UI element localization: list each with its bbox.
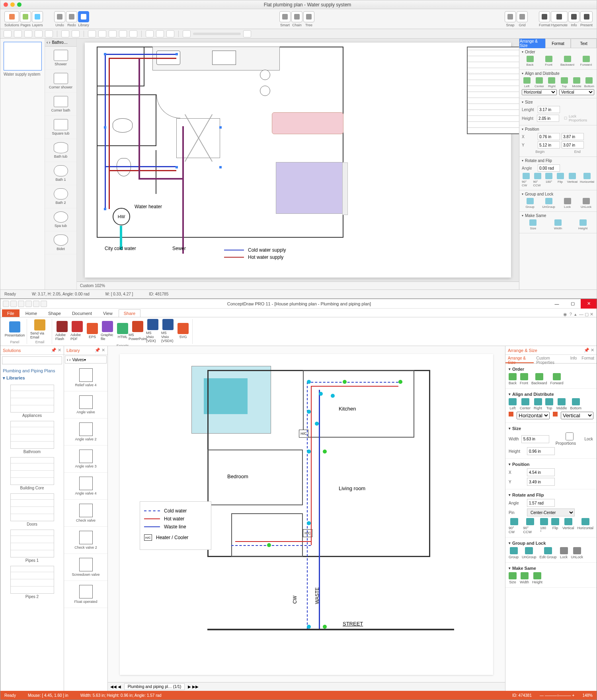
angle-field[interactable] [538, 164, 560, 172]
lib-screwdown-valve[interactable]: Screwdown valve [64, 554, 107, 581]
lib-angle-valve-2[interactable]: Angle valve 2 [64, 418, 107, 446]
same-width[interactable]: Width [547, 219, 570, 230]
tool-text[interactable] [14, 30, 22, 37]
wtab-custom[interactable]: Custom Properties [534, 355, 568, 363]
lock-btn[interactable]: Lock [559, 198, 576, 209]
align-top[interactable]: Top [545, 398, 553, 410]
zoom-plus[interactable] [243, 30, 251, 37]
pages-button[interactable] [20, 11, 31, 22]
format-button[interactable] [539, 11, 550, 22]
tree-root[interactable]: Plumbing and Piping Plans [3, 368, 61, 373]
order-forward[interactable]: Forward [578, 56, 594, 66]
tool-line[interactable] [35, 30, 43, 37]
flip-horiz[interactable]: Horizontal [577, 518, 593, 534]
tool-shape[interactable] [24, 30, 32, 37]
stencil-spa-tub[interactable]: Spa tub [45, 208, 76, 231]
edit-group-btn[interactable]: Edit Group [540, 547, 557, 559]
child-close-icon[interactable]: — ▢ ✕ [579, 312, 593, 317]
graphic-file-button[interactable]: Graphic file [101, 319, 114, 343]
width-field[interactable] [521, 435, 549, 443]
canvas[interactable]: HW Water heater City cold water Sewer Co… [77, 39, 519, 289]
order-back[interactable]: Back [509, 373, 517, 385]
send-email-button[interactable]: Send via Email [30, 319, 49, 339]
align-left[interactable]: Left [522, 77, 532, 88]
solutions-button[interactable] [4, 11, 19, 22]
layers-button[interactable] [32, 11, 43, 22]
maximize-icon[interactable]: ▢ [565, 299, 581, 309]
minimize-icon[interactable]: — [549, 299, 565, 309]
align-middle[interactable]: Middle [556, 398, 567, 410]
page-thumb[interactable] [4, 42, 42, 70]
lib-building-core[interactable]: Building Core [2, 457, 62, 490]
stencil-bidet[interactable]: Bidet [45, 231, 76, 254]
rotate-180[interactable]: 180 ° [540, 518, 548, 534]
tool-edit1[interactable] [88, 30, 96, 37]
flip-btn[interactable]: Flip [556, 173, 564, 187]
lib-pipes-1[interactable]: Pipes 1 [2, 530, 62, 563]
lib-float-operated[interactable]: Float operated [64, 581, 107, 608]
stencil-bath-2[interactable]: Bath 2 [45, 185, 76, 208]
smart-button[interactable] [279, 11, 291, 22]
angle-field[interactable] [527, 499, 555, 507]
pos-y[interactable] [527, 478, 555, 486]
pos-x2[interactable] [562, 133, 584, 140]
flip-horiz[interactable]: Horizontal [580, 173, 594, 187]
unlock-btn[interactable]: UnLock [571, 547, 583, 559]
tab-view[interactable]: View [98, 309, 118, 317]
lib-bathroom[interactable]: Bathroom [2, 421, 62, 454]
wtab-format[interactable]: Format [579, 355, 597, 363]
lib-angle-valve[interactable]: Angle valve [64, 391, 107, 418]
tab-text[interactable]: Text [571, 39, 597, 48]
tool-pointer[interactable] [4, 30, 12, 37]
order-front[interactable]: Front [520, 373, 528, 385]
lib-appliances[interactable]: Appliances [2, 385, 62, 418]
ungroup-btn[interactable]: UnGroup [540, 198, 557, 209]
pos-x[interactable] [527, 468, 555, 476]
tool-connector[interactable] [45, 30, 53, 37]
stencil-bath-1[interactable]: Bath 1 [45, 162, 76, 185]
hypernote-button[interactable] [551, 11, 568, 22]
pin-icon[interactable]: 📌 ✕ [95, 348, 105, 353]
same-height[interactable]: Height [532, 572, 542, 584]
ppt-button[interactable]: MS PowerPoint [131, 319, 144, 343]
canvas[interactable]: Kitchen Bedroom Living room H/C H/C [108, 346, 505, 691]
solutions-search[interactable] [2, 356, 62, 364]
wtab-info[interactable]: Info [568, 355, 579, 363]
zoom-minus[interactable] [183, 30, 191, 37]
lib-angle-valve-4[interactable]: Angle valve 4 [64, 473, 107, 500]
adobe-flash-button[interactable]: Adobe Flash [55, 319, 69, 343]
zoom-value[interactable]: Custom 102% [80, 284, 105, 288]
undo-button[interactable] [54, 11, 65, 22]
help-question-icon[interactable]: ? [570, 312, 572, 317]
stencil-square-tub[interactable]: Square tub [45, 116, 76, 139]
tool-edit4[interactable] [119, 30, 127, 37]
page-tab[interactable]: Plumbing and piping pl… (1/1) [124, 683, 185, 690]
rotate-ccw[interactable]: 90° CCW [533, 173, 542, 187]
pin-icon[interactable]: 📌 ✕ [51, 348, 61, 353]
visio-vsdx-button[interactable]: MS Visio (VSDX) [161, 319, 175, 343]
tab-file[interactable]: File [2, 309, 20, 317]
rotate-cw[interactable]: 90° CW [522, 173, 531, 187]
tool-pencil[interactable] [72, 30, 80, 37]
chain-button[interactable] [291, 11, 302, 22]
pin-select[interactable]: Center-Center [527, 508, 575, 516]
lock-proportions[interactable] [556, 432, 583, 440]
pos-y2[interactable] [562, 141, 584, 149]
order-back[interactable]: Back [522, 56, 538, 66]
same-size[interactable]: Size [522, 219, 544, 230]
qat-save[interactable] [18, 301, 24, 307]
lib-doors[interactable]: Doors [2, 493, 62, 526]
align-center[interactable]: Center [520, 398, 531, 410]
align-middle[interactable]: Middle [572, 77, 581, 88]
align-bottom[interactable]: Bottom [570, 398, 582, 410]
stencil-header[interactable]: ‹ ›Bathro… [45, 39, 76, 47]
pin-icon[interactable]: 📌 ✕ [584, 348, 594, 353]
lib-angle-valve-3[interactable]: Angle valve 3 [64, 446, 107, 473]
stencil-corner-shower[interactable]: Corner shower [45, 70, 76, 93]
minimize-icon[interactable] [10, 2, 15, 7]
hw-symbol[interactable]: HW [113, 208, 130, 225]
height-field[interactable] [537, 115, 559, 122]
presentation-button[interactable]: Presentation [5, 319, 24, 339]
snap-button[interactable] [505, 11, 516, 22]
info-button[interactable] [568, 11, 579, 22]
